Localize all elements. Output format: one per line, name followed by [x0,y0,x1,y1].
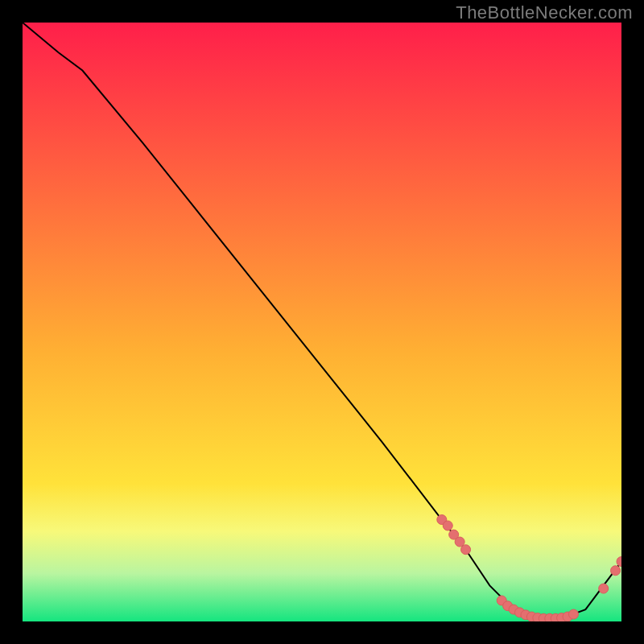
attribution-text: TheBottleNecker.com [456,2,633,23]
chart-marker [611,566,621,576]
chart-background [23,23,621,621]
chart-marker [461,545,471,555]
chart-marker [443,521,452,530]
bottleneck-chart [23,23,621,621]
chart-container [23,23,621,621]
chart-marker [599,584,609,593]
page-root: TheBottleNecker.com [0,0,644,644]
chart-marker [568,609,578,619]
